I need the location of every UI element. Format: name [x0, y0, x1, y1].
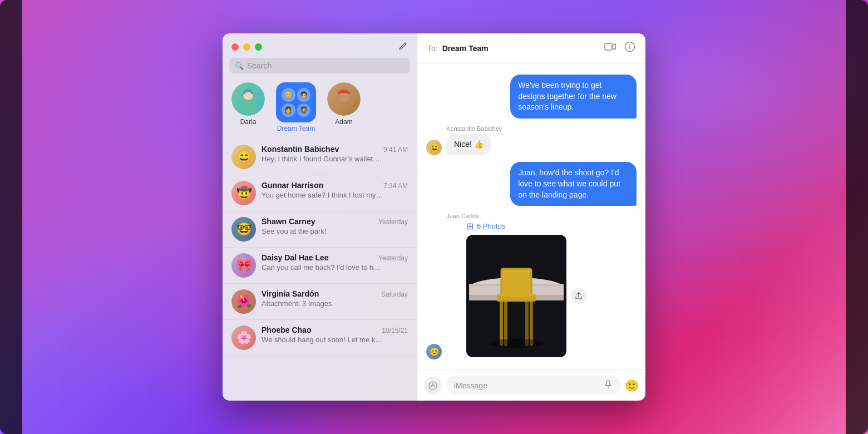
shawn-name: Shawn Carney [262, 217, 315, 226]
virginia-name: Virginia Sardón [262, 289, 319, 298]
convo-top-row-gunnar: Gunnar Harrison 7:34 AM [262, 181, 408, 190]
convo-item-virginia[interactable]: 🌺 Virginia Sardón Saturday Attachment: 3… [223, 284, 417, 320]
svg-point-23 [489, 339, 544, 348]
convo-time: 9:41 AM [383, 146, 408, 154]
adam-avatar [327, 82, 361, 116]
message-input-placeholder: iMessage [454, 381, 487, 390]
dream-team-label: Dream Team [277, 125, 315, 132]
convo-top-row-virginia: Virginia Sardón Saturday [262, 289, 408, 298]
juan-small-avatar: 😊 [426, 344, 442, 359]
daisy-name: Daisy Dal Hae Lee [262, 253, 329, 262]
group-avatar-2: 🧑 [297, 88, 311, 102]
facetime-icon[interactable] [604, 42, 617, 54]
phoebe-name: Phoebe Chao [262, 326, 311, 334]
app-store-icon-btn[interactable] [424, 377, 442, 394]
photo-label: ⊞ 6 Photos [466, 221, 566, 231]
received-row-juan: 😊 ⊞ 6 Photos [426, 221, 637, 359]
pinned-item-dream-team[interactable]: 😊 🧑 👩 🧔 Dream Team [276, 82, 316, 132]
darla-avatar [231, 82, 265, 116]
group-avatar-4: 🧔 [297, 103, 311, 117]
convo-item-konstantin[interactable]: 😄 Konstantin Babichev 9:41 AM Hey, I thi… [223, 139, 417, 175]
share-button[interactable] [571, 288, 586, 304]
close-button[interactable] [231, 43, 239, 51]
gunnar-time: 7:34 AM [383, 182, 408, 190]
received-bubble-konstantin: Nice! 👍 [446, 134, 491, 156]
photo-area-wrap [466, 235, 566, 357]
search-label: Search [247, 61, 272, 70]
minimize-button[interactable] [243, 43, 250, 51]
search-icon: 🔍 [235, 62, 244, 70]
message-input-wrap[interactable]: iMessage [446, 376, 620, 395]
grid-icon: ⊞ [466, 221, 474, 231]
convo-content-gunnar: Gunnar Harrison 7:34 AM You get home saf… [262, 181, 408, 199]
search-bar[interactable]: 🔍 Search [229, 58, 410, 73]
convo-item-gunnar[interactable]: 🤠 Gunnar Harrison 7:34 AM You get home s… [223, 175, 417, 211]
sent-message-1: We've been trying to get designs togethe… [426, 75, 637, 119]
chat-recipient: Dream Team [442, 44, 489, 53]
sent-message-2: Juan, how'd the shoot go? I'd love to se… [426, 162, 637, 206]
svg-rect-25 [606, 381, 610, 386]
shawn-avatar: 🤓 [231, 217, 256, 241]
sent-bubble-1: We've been trying to get designs togethe… [510, 75, 637, 119]
chat-panel: To: Dream Team [417, 33, 645, 401]
svg-rect-6 [605, 43, 612, 50]
convo-top-row-phoebe: Phoebe Chao 10/15/21 [262, 326, 408, 334]
to-label: To: [427, 44, 438, 53]
convo-item-phoebe[interactable]: 🌸 Phoebe Chao 10/15/21 We should hang ou… [223, 320, 417, 356]
pinned-row: Darla 😊 🧑 👩 🧔 Dream Team [223, 79, 417, 139]
darla-label: Darla [240, 118, 257, 126]
gunnar-preview: You get home safe? I think I lost my wal… [262, 191, 384, 199]
convo-name: Konstantin Babichev [262, 145, 339, 154]
daisy-time: Yesterday [378, 254, 408, 262]
svg-rect-21 [500, 302, 503, 346]
svg-point-9 [629, 45, 630, 46]
svg-point-1 [240, 103, 256, 113]
adam-avatar-wrap [327, 82, 361, 116]
dream-team-avatar-wrap: 😊 🧑 👩 🧔 [276, 82, 316, 122]
dream-team-group-avatar: 😊 🧑 👩 🧔 [282, 88, 310, 117]
darla-avatar-wrap [231, 82, 265, 116]
info-icon[interactable] [624, 41, 635, 55]
pinned-item-darla[interactable]: Darla [231, 82, 265, 132]
compose-icon[interactable] [399, 41, 408, 52]
gunnar-name: Gunnar Harrison [262, 181, 323, 190]
convo-content-shawn: Shawn Carney Yesterday See you at the pa… [262, 217, 408, 235]
messages-area: We've been trying to get designs togethe… [417, 63, 645, 369]
svg-point-3 [245, 92, 251, 98]
sender-name-juan: Juan Carlos [446, 213, 637, 219]
photo-preview[interactable] [466, 235, 566, 357]
group-avatar-3: 👩 [282, 103, 295, 117]
konstantin-small-avatar: 😄 [426, 140, 442, 155]
convo-item-daisy[interactable]: 🎀 Daisy Dal Hae Lee Yesterday Can you ca… [223, 248, 417, 284]
maximize-button[interactable] [255, 43, 262, 51]
convo-content-virginia: Virginia Sardón Saturday Attachment: 3 I… [262, 289, 408, 308]
phoebe-time: 10/15/21 [382, 327, 408, 334]
convo-top-row-shawn: Shawn Carney Yesterday [262, 217, 408, 226]
received-row-konstantin: 😄 Nice! 👍 [426, 134, 637, 156]
dictate-icon[interactable] [604, 380, 613, 391]
convo-content-phoebe: Phoebe Chao 10/15/21 We should hang out … [262, 326, 408, 344]
photo-attachment: ⊞ 6 Photos [466, 221, 566, 359]
pinned-item-adam[interactable]: Adam [327, 82, 361, 132]
photo-count: 6 Photos [477, 222, 505, 230]
traffic-lights [231, 43, 262, 51]
input-area: iMessage 🙂 [417, 369, 645, 401]
virginia-preview: Attachment: 3 Images [262, 299, 384, 308]
emoji-button[interactable]: 🙂 [625, 379, 639, 392]
convo-top-row: Konstantin Babichev 9:41 AM [262, 145, 408, 154]
virginia-time: Saturday [381, 290, 408, 298]
phoebe-avatar: 🌸 [231, 326, 256, 350]
received-message-juan: Juan Carlos 😊 ⊞ 6 Photos [426, 213, 637, 359]
shawn-preview: See you at the park! [262, 227, 384, 235]
chair-svg [466, 235, 566, 357]
messages-app-window: 🔍 Search [223, 33, 645, 401]
convo-item-shawn[interactable]: 🤓 Shawn Carney Yesterday See you at the … [223, 211, 417, 248]
svg-point-20 [497, 293, 536, 297]
sidebar-header [223, 33, 417, 58]
received-message-konstantin: Konstantin Babichev 😄 Nice! 👍 [426, 125, 637, 156]
phoebe-preview: We should hang out soon! Let me know. [262, 336, 384, 344]
convo-top-row-daisy: Daisy Dal Hae Lee Yesterday [262, 253, 408, 262]
conversation-list: 😄 Konstantin Babichev 9:41 AM Hey, I thi… [223, 139, 417, 401]
sent-bubble-2: Juan, how'd the shoot go? I'd love to se… [510, 162, 637, 206]
shawn-time: Yesterday [378, 218, 408, 226]
